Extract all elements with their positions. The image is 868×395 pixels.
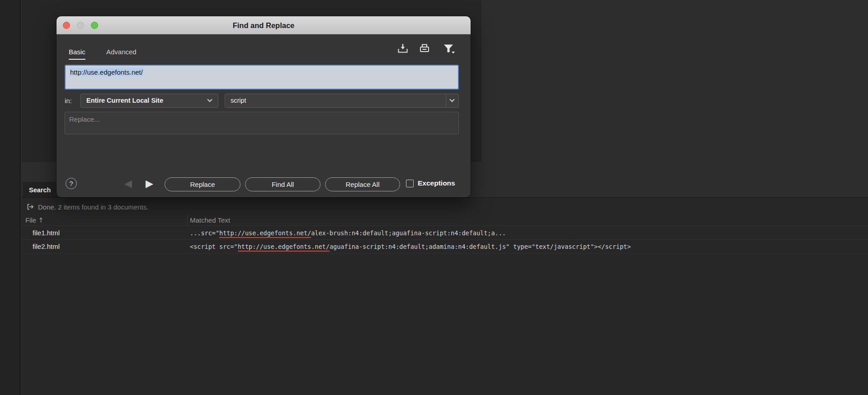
- replace-button[interactable]: Replace: [165, 177, 241, 191]
- result-row[interactable]: file1.html ...src="http://use.edgefonts.…: [22, 226, 868, 240]
- column-header-matched-text[interactable]: Matched Text: [190, 216, 230, 224]
- matched-pre: ...src=": [190, 229, 219, 237]
- replace-all-button[interactable]: Replace All: [325, 177, 400, 191]
- filter-dropdown-chevron-cell[interactable]: [446, 94, 458, 107]
- matched-hit: http://use.edgefonts.net/: [238, 243, 330, 252]
- chevron-down-icon: [449, 97, 454, 102]
- scope-dropdown-value: Entire Current Local Site: [86, 97, 163, 104]
- filter-icon[interactable]: [442, 43, 455, 55]
- result-matched-text: ...src="http://use.edgefonts.net/alex-br…: [190, 229, 506, 237]
- matched-post: alex-brush:n4:default;aguafina-script:n4…: [311, 229, 506, 237]
- column-header-file[interactable]: File ↑: [25, 216, 44, 224]
- result-matched-text: <script src="http://use.edgefonts.net/ag…: [190, 243, 631, 250]
- find-input-selected-text: http://use.edgefonts.net/: [70, 68, 143, 76]
- find-all-button[interactable]: Find All: [245, 177, 321, 191]
- status-text: Done. 2 items found in 3 documents.: [38, 203, 148, 211]
- find-and-replace-dialog: Find and Replace Basic Advanced http://u…: [57, 16, 471, 197]
- left-dock-rail: [0, 0, 21, 395]
- minimize-button[interactable]: [77, 22, 84, 29]
- column-divider[interactable]: [187, 215, 188, 226]
- matched-hit: http://use.edgefonts.net/: [219, 229, 311, 238]
- matched-pre: <script src=": [190, 243, 238, 250]
- close-button[interactable]: [63, 22, 70, 29]
- search-scope-dropdown[interactable]: Entire Current Local Site: [80, 94, 218, 108]
- sort-ascending-icon: ↑: [38, 216, 44, 224]
- zoom-button[interactable]: [91, 22, 98, 29]
- results-header: File ↑ Matched Text: [22, 215, 868, 226]
- previous-result-icon[interactable]: ◀: [124, 177, 132, 190]
- next-result-icon[interactable]: ▶: [146, 177, 153, 190]
- result-row[interactable]: file2.html <script src="http://use.edgef…: [22, 240, 868, 253]
- file-filter-dropdown[interactable]: script: [225, 94, 459, 108]
- replace-input[interactable]: Replace...: [65, 112, 459, 134]
- help-question-icon: ?: [69, 180, 73, 187]
- dialog-title: Find and Replace: [57, 16, 471, 34]
- result-file-name: file1.html: [33, 229, 60, 237]
- load-query-icon[interactable]: [418, 43, 431, 55]
- result-file-name: file2.html: [33, 243, 60, 250]
- exceptions-label: Exceptions: [418, 179, 455, 187]
- filter-dropdown-value: script: [231, 97, 246, 104]
- help-button[interactable]: ?: [66, 178, 77, 189]
- exceptions-checkbox[interactable]: [406, 180, 414, 187]
- tab-basic[interactable]: Basic: [69, 48, 85, 60]
- tab-search[interactable]: Search: [23, 182, 57, 198]
- file-column-label: File: [25, 216, 36, 224]
- save-query-icon[interactable]: [396, 43, 409, 55]
- tab-advanced[interactable]: Advanced: [106, 48, 137, 56]
- find-input[interactable]: http://use.edgefonts.net/: [65, 65, 459, 90]
- replace-placeholder: Replace...: [69, 115, 100, 123]
- status-row: Done. 2 items found in 3 documents.: [26, 202, 148, 212]
- done-icon: [26, 203, 34, 211]
- search-results-panel: Done. 2 items found in 3 documents. File…: [22, 198, 868, 395]
- in-label: in:: [65, 97, 72, 105]
- dialog-titlebar[interactable]: Find and Replace: [57, 16, 471, 34]
- matched-post: aguafina-script:n4:default;adamina:n4:de…: [330, 243, 631, 250]
- chevron-down-icon: [207, 97, 212, 102]
